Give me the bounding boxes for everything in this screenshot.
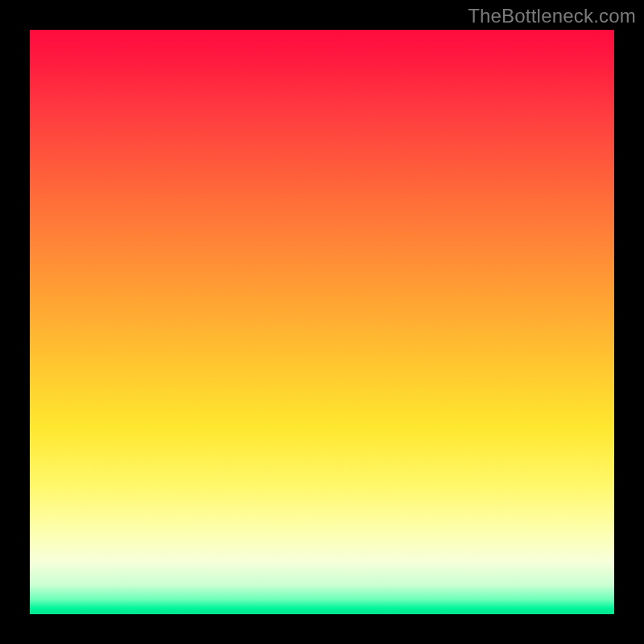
background-gradient <box>30 30 614 614</box>
plot-area <box>30 30 614 614</box>
watermark-text: TheBottleneck.com <box>468 5 636 27</box>
chart-frame: TheBottleneck.com <box>0 0 644 644</box>
